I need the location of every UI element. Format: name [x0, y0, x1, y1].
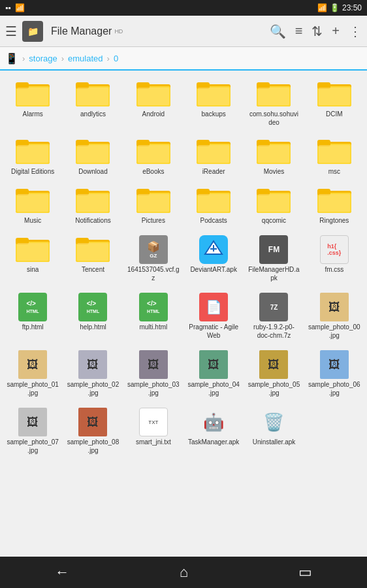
file-item-filemanagerhd-apk[interactable]: FMFileManagerHD.apk [244, 231, 304, 286]
file-icon [136, 80, 170, 108]
bottom-nav: ← ⌂ ▭ [0, 557, 367, 588]
file-label: Pictures [142, 216, 165, 225]
file-icon: TXT [136, 408, 170, 436]
file-item-dcim[interactable]: DCIM [304, 76, 364, 131]
file-item-digital-editions[interactable]: Digital Editions [3, 133, 63, 180]
file-item-sample-photo-05-jpg[interactable]: 🖼sample_photo_05.jpg [244, 346, 304, 401]
file-icon [16, 80, 50, 108]
file-item-msc[interactable]: msc [304, 133, 364, 180]
file-item-1641537045-vcf-gz[interactable]: 📦GZ1641537045.vcf.gz [123, 231, 184, 286]
svg-rect-3 [17, 88, 48, 105]
back-button[interactable]: ← [55, 564, 69, 581]
file-item-taskmanager-apk[interactable]: 🤖TaskManager.apk [184, 404, 244, 459]
file-icon [317, 137, 351, 166]
file-item-ireader[interactable]: iReader [184, 133, 244, 180]
file-label: iReader [202, 167, 225, 176]
file-item-podcasts[interactable]: Podcasts [184, 182, 244, 229]
menu-button[interactable]: ☰ [5, 24, 17, 39]
file-icon: 🖼 [16, 408, 50, 436]
file-item-pragmatic---agile-web[interactable]: 📄Pragmatic - Agile Web [184, 289, 244, 344]
file-item-movies[interactable]: Movies [244, 133, 304, 180]
file-item-qqcomic[interactable]: qqcomic [244, 182, 304, 229]
file-label: andlytics [80, 110, 106, 118]
file-item-ruby-1-9-2-p0-doc-chm-7z[interactable]: 7Zruby-1.9.2-p0-doc-chm.7z [244, 289, 304, 344]
file-label: ftp.html [22, 323, 44, 331]
file-icon: 📦GZ [136, 235, 170, 264]
file-item-multi-html[interactable]: </>HTMLmulti.html [123, 289, 184, 344]
svg-rect-31 [77, 145, 108, 163]
recent-button[interactable]: ▭ [298, 564, 312, 581]
file-item-sample-photo-03-jpg[interactable]: 🖼sample_photo_03.jpg [123, 346, 184, 401]
file-icon [136, 186, 170, 215]
status-right: 📶 🔋 23:50 [317, 3, 362, 12]
file-label: sample_photo_03.jpg [127, 380, 180, 397]
file-item-ftp-html[interactable]: </>HTMLftp.html [3, 289, 63, 344]
svg-rect-35 [138, 145, 169, 163]
file-label: Ringtones [319, 216, 349, 225]
file-item-download[interactable]: Download [63, 133, 123, 180]
svg-rect-27 [17, 145, 48, 163]
file-label: Movies [264, 167, 285, 176]
search-button[interactable]: 🔍 [270, 24, 286, 39]
file-label: sample_photo_02.jpg [67, 380, 119, 397]
file-icon [16, 235, 50, 264]
file-item-com-sohu-sohuvideo[interactable]: com.sohu.sohuvideo [244, 76, 304, 131]
add-button[interactable]: + [332, 24, 340, 39]
file-item-sample-photo-04-jpg[interactable]: 🖼sample_photo_04.jpg [184, 346, 244, 401]
file-label: Download [78, 167, 107, 176]
file-icon: 🖼 [317, 293, 351, 321]
breadcrumb-storage[interactable]: storage [29, 54, 57, 63]
file-item-smart-jni-txt[interactable]: TXTsmart_jni.txt [123, 404, 184, 459]
file-item-sina[interactable]: sina [3, 231, 63, 286]
file-icon [197, 186, 231, 215]
file-label: TaskManager.apk [188, 438, 239, 446]
file-item-sample-photo-06-jpg[interactable]: 🖼sample_photo_06.jpg [304, 346, 364, 401]
app-title: File ManagerHD [51, 25, 264, 37]
breadcrumb-emulated[interactable]: emulated [68, 54, 103, 63]
svg-rect-43 [258, 145, 289, 163]
file-label: eBooks [142, 167, 164, 176]
file-item-sample-photo-07-jpg[interactable]: 🖼sample_photo_07.jpg [3, 404, 63, 459]
file-label: Alarms [23, 110, 43, 118]
file-icon [257, 80, 291, 108]
file-icon: 7Z [257, 293, 291, 321]
file-label: Podcasts [200, 216, 227, 225]
file-item-android[interactable]: Android [123, 76, 184, 131]
list-view-button[interactable]: ≡ [295, 24, 303, 39]
file-item-sample-photo-02-jpg[interactable]: 🖼sample_photo_02.jpg [63, 346, 123, 401]
file-item-andlytics[interactable]: andlytics [63, 76, 123, 131]
svg-rect-75 [17, 243, 48, 261]
file-label: 1641537045.vcf.gz [127, 265, 180, 282]
svg-rect-71 [319, 194, 350, 212]
file-item-pictures[interactable]: Pictures [123, 182, 184, 229]
file-label: sample_photo_06.jpg [308, 380, 360, 397]
sort-button[interactable]: ⇅ [311, 24, 323, 39]
more-button[interactable]: ⋮ [349, 24, 362, 39]
file-icon: 🖼 [197, 350, 231, 379]
file-item-notifications[interactable]: Notifications [63, 182, 123, 229]
file-item-alarms[interactable]: Alarms [3, 76, 63, 131]
time-display: 23:50 [342, 3, 362, 12]
file-label: backups [202, 110, 226, 118]
file-item-help-html[interactable]: </>HTMLhelp.html [63, 289, 123, 344]
file-item-sample-photo-08-jpg[interactable]: 🖼sample_photo_08.jpg [63, 404, 123, 459]
file-item-sample-photo-00-jpg[interactable]: 🖼sample_photo_00.jpg [304, 289, 364, 344]
breadcrumb-0[interactable]: 0 [114, 54, 118, 63]
file-label: Android [142, 110, 165, 118]
file-item-fm-css[interactable]: h1{.css}fm.css [304, 231, 364, 286]
status-left: ▪▪ 📶 [5, 3, 25, 12]
file-item-ebooks[interactable]: eBooks [123, 133, 184, 180]
file-icon: 🖼 [257, 350, 291, 379]
file-item-ringtones[interactable]: Ringtones [304, 182, 364, 229]
file-label: msc [328, 167, 340, 176]
file-item-deviantart-apk[interactable]: DeviantART.apk [184, 231, 244, 286]
home-button[interactable]: ⌂ [180, 564, 188, 581]
svg-rect-59 [138, 194, 169, 212]
file-item-uninstaller-apk[interactable]: 🗑️Uninstaller.apk [244, 404, 304, 459]
file-item-backups[interactable]: backups [184, 76, 244, 131]
file-item-sample-photo-01-jpg[interactable]: 🖼sample_photo_01.jpg [3, 346, 63, 401]
file-item-tencent[interactable]: Tencent [63, 231, 123, 286]
svg-rect-19 [258, 88, 289, 105]
file-item-music[interactable]: Music [3, 182, 63, 229]
svg-rect-47 [319, 145, 350, 163]
